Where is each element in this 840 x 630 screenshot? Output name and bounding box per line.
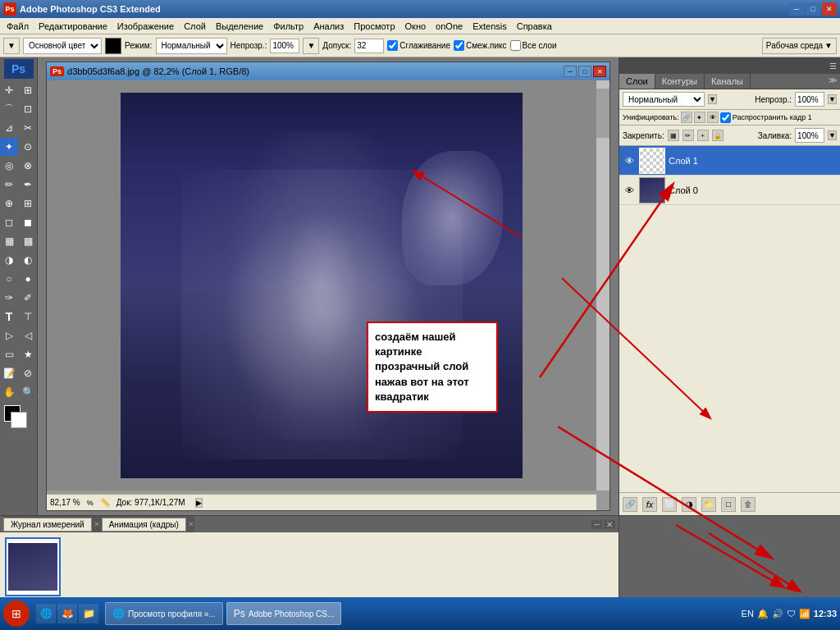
blend-mode-select[interactable]: Нормальный: [156, 38, 227, 54]
direct-select-tool[interactable]: ◁: [19, 326, 37, 345]
frame-1-container[interactable]: [5, 537, 61, 596]
pattern-stamp-tool[interactable]: ⊞: [19, 194, 37, 212]
workspace-button[interactable]: Рабочая среда ▼: [762, 38, 837, 54]
zoom-tool[interactable]: 🔍: [19, 383, 37, 401]
panel-close-button[interactable]: ✕: [604, 520, 615, 529]
clone-stamp-tool[interactable]: ⊕: [0, 194, 18, 212]
menu-onone[interactable]: onOne: [431, 20, 468, 33]
menu-analysis[interactable]: Анализ: [308, 20, 349, 33]
taskbar-item-preview[interactable]: 🌐 Просмотр профиля »...: [105, 602, 223, 625]
lock-position-btn[interactable]: +: [697, 130, 709, 141]
eraser-tool[interactable]: ◻: [0, 213, 18, 231]
contiguous-checkbox[interactable]: [454, 40, 464, 51]
add-mask-button[interactable]: ⬜: [662, 497, 677, 512]
tab-animation[interactable]: Анимация (кадры): [102, 518, 186, 532]
opacity-input[interactable]: [270, 39, 299, 53]
type-tool[interactable]: T: [0, 308, 18, 326]
bg-eraser-tool[interactable]: ◼: [19, 213, 37, 231]
menu-help[interactable]: Справка: [512, 20, 557, 33]
volume-icon[interactable]: 🔊: [772, 609, 783, 619]
spread-checkbox[interactable]: [720, 112, 731, 123]
layer-0-visibility-icon[interactable]: 👁: [623, 184, 636, 197]
layer-opacity-input[interactable]: [795, 92, 824, 107]
layer-1-visibility-icon[interactable]: 👁: [623, 154, 636, 167]
start-button[interactable]: ⊞: [3, 600, 30, 627]
lasso-tool[interactable]: ⌒: [0, 100, 18, 118]
doc-close-button[interactable]: ✕: [593, 66, 606, 77]
new-layer-button[interactable]: □: [721, 497, 736, 512]
tab-channels[interactable]: Каналы: [705, 74, 751, 89]
vertical-scrollbar[interactable]: [596, 80, 609, 491]
tolerance-input[interactable]: [354, 39, 384, 53]
close-button[interactable]: ✕: [822, 2, 837, 16]
dodge-tool[interactable]: ○: [0, 270, 18, 288]
adjustment-button[interactable]: ◑: [682, 497, 696, 512]
patch-tool[interactable]: ⊗: [19, 157, 37, 175]
tab-paths[interactable]: Контуры: [655, 74, 705, 89]
minimize-button[interactable]: ─: [789, 2, 804, 16]
fill-dropdown-btn[interactable]: ▼: [828, 130, 837, 140]
panel-options-icon[interactable]: ≫: [825, 74, 840, 89]
custom-shape-tool[interactable]: ★: [19, 345, 37, 363]
opacity-dropdown-btn[interactable]: ▼: [828, 94, 837, 104]
pencil-tool[interactable]: ✒: [19, 176, 37, 194]
menu-view[interactable]: Просмотр: [349, 20, 399, 33]
folder-icon[interactable]: 📁: [79, 604, 98, 623]
sharpen-tool[interactable]: ◐: [19, 251, 37, 269]
menu-layer[interactable]: Слой: [179, 20, 211, 33]
layer-item-0[interactable]: 👁 Слой 0: [619, 176, 840, 205]
burn-tool[interactable]: ●: [19, 270, 37, 288]
delete-layer-button[interactable]: 🗑: [741, 497, 756, 512]
opacity-stepper[interactable]: ▼: [303, 38, 319, 54]
ie-icon[interactable]: 🌐: [36, 604, 56, 623]
menu-edit[interactable]: Редактирование: [34, 20, 112, 33]
scroll-right-button[interactable]: ▶: [195, 498, 203, 508]
panel-minimize-button[interactable]: ─: [591, 520, 602, 529]
paint-bucket-tool[interactable]: ▩: [19, 232, 37, 250]
tab-layers[interactable]: Слои: [619, 74, 655, 89]
pen-tool[interactable]: ✑: [0, 289, 18, 307]
healing-brush-tool[interactable]: ◎: [0, 157, 18, 175]
freeform-pen-tool[interactable]: ✐: [19, 289, 37, 307]
menu-filter[interactable]: Фильтр: [268, 20, 308, 33]
hand-tool[interactable]: ✋: [0, 383, 18, 401]
marquee-tool[interactable]: ⊡: [19, 100, 37, 118]
link-layers-button[interactable]: 🔗: [623, 497, 637, 512]
layer-blend-select[interactable]: Нормальный: [623, 92, 705, 107]
doc-maximize-button[interactable]: □: [578, 66, 591, 77]
color-select[interactable]: Основной цвет: [23, 38, 102, 54]
move-tool[interactable]: ✛: [0, 81, 18, 99]
firefox-icon[interactable]: 🦊: [57, 604, 77, 623]
menu-window[interactable]: Окно: [400, 20, 431, 33]
menu-select[interactable]: Выделение: [211, 20, 268, 33]
eyedropper-tool[interactable]: ⊘: [19, 364, 37, 382]
layer-item-1[interactable]: 👁 Слой 1: [619, 146, 840, 176]
quick-select-tool[interactable]: ⊙: [19, 138, 37, 156]
unify-position-btn[interactable]: 🔗: [681, 112, 692, 123]
crop-tool[interactable]: ⊿: [0, 119, 18, 137]
shape-tool[interactable]: ▭: [0, 345, 18, 363]
maximize-button[interactable]: □: [806, 2, 820, 16]
measurements-close-icon[interactable]: ✕: [94, 520, 100, 528]
taskbar-item-photoshop[interactable]: Ps Adobe Photoshop CS...: [226, 602, 342, 625]
menu-extensis[interactable]: Extensis: [468, 20, 512, 33]
doc-minimize-button[interactable]: ─: [564, 66, 577, 77]
lock-all-btn[interactable]: 🔒: [712, 130, 724, 141]
fill-input[interactable]: [795, 128, 824, 143]
notes-tool[interactable]: 📝: [0, 364, 18, 382]
unify-style-btn[interactable]: ✦: [694, 112, 705, 123]
gradient-tool[interactable]: ▦: [0, 232, 18, 250]
all-layers-checkbox[interactable]: [510, 40, 521, 51]
panel-menu-button[interactable]: ☰: [829, 62, 837, 71]
vert-type-tool[interactable]: ⊤: [19, 308, 37, 326]
magic-wand-tool[interactable]: ✦: [0, 138, 18, 156]
v-scrollbar-thumb[interactable]: [596, 89, 609, 138]
unify-visibility-btn[interactable]: 👁: [707, 112, 719, 123]
tool-options-button[interactable]: ▼: [3, 38, 20, 54]
lock-transparent-btn[interactable]: ▦: [668, 130, 679, 141]
color-swatch[interactable]: [105, 38, 121, 54]
color-switcher[interactable]: [4, 405, 34, 430]
menu-file[interactable]: Файл: [2, 20, 34, 33]
lock-image-btn[interactable]: ✏: [682, 130, 694, 141]
animation-close-icon[interactable]: ✕: [188, 520, 194, 528]
